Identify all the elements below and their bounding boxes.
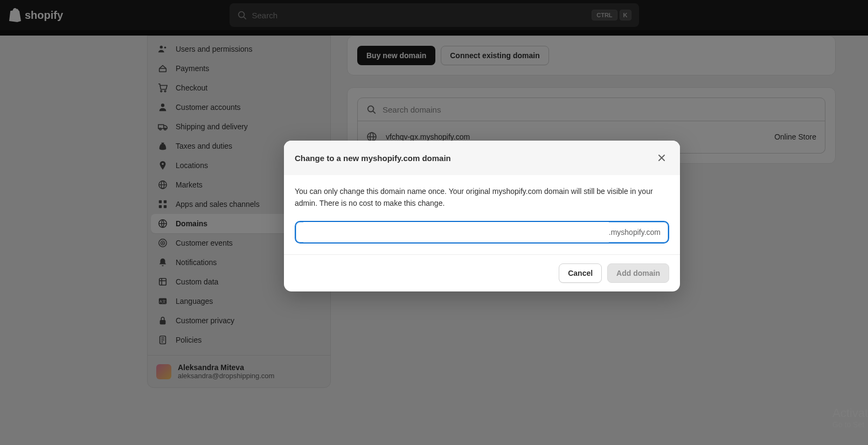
modal-body: You can only change this domain name onc… [284, 175, 680, 254]
modal-description: You can only change this domain name onc… [295, 186, 669, 209]
change-domain-modal: Change to a new myshopify.com domain You… [284, 141, 680, 291]
modal-close-button[interactable] [654, 150, 669, 165]
watermark-line1: Activat [832, 406, 868, 420]
modal-header: Change to a new myshopify.com domain [284, 141, 680, 175]
domain-input-wrap: .myshopify.com [295, 221, 669, 244]
add-domain-button[interactable]: Add domain [607, 263, 669, 283]
new-domain-input[interactable] [303, 222, 609, 242]
modal-footer: Cancel Add domain [284, 254, 680, 291]
watermark: Activat Go to Set [832, 406, 868, 429]
modal-title: Change to a new myshopify.com domain [295, 154, 451, 163]
cancel-button[interactable]: Cancel [559, 263, 602, 283]
domain-suffix: .myshopify.com [609, 228, 661, 237]
close-icon [657, 154, 666, 162]
watermark-line2: Go to Set [832, 420, 868, 429]
